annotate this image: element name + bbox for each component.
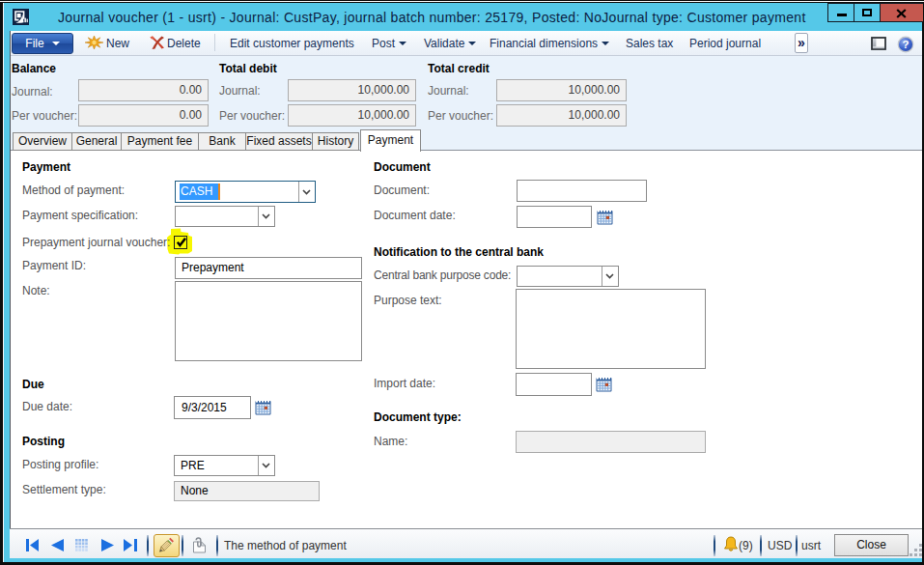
svg-text:?: ? bbox=[902, 39, 909, 50]
